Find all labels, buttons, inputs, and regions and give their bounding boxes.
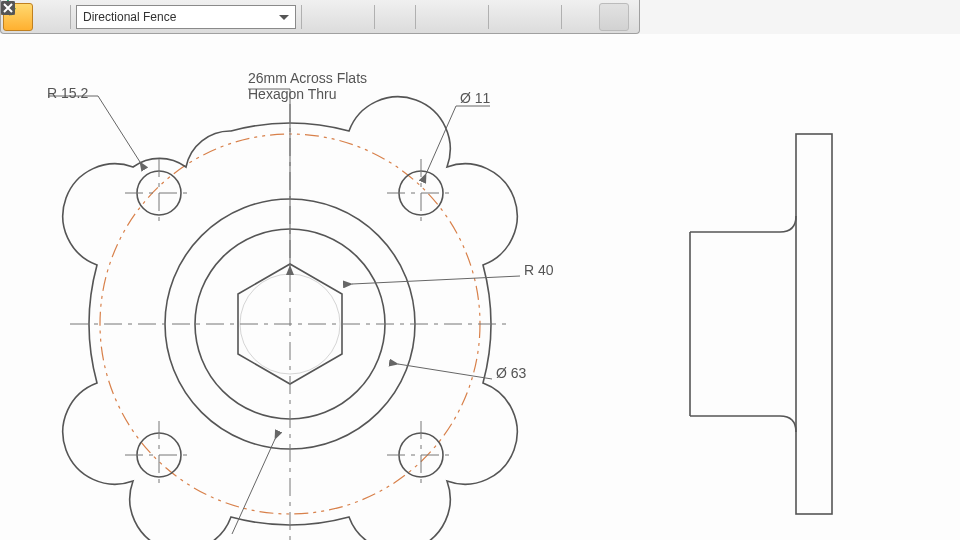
dim-dia63: Ø 63 [496,365,526,381]
sketch-button[interactable] [380,3,410,31]
svg-line-32 [398,364,492,379]
dim-r40: R 40 [524,262,554,278]
svg-rect-34 [796,134,832,514]
toolbar-separator [488,5,489,29]
toolbar: Directional Fence [0,0,640,34]
svg-line-25 [98,96,140,162]
back-button[interactable] [494,3,524,31]
dim-dia11: Ø 11 [460,90,490,106]
cancel-button[interactable] [599,3,629,31]
close-icon [0,0,16,16]
polygon-tool-button[interactable] [453,3,483,31]
rect-tool-button[interactable] [421,3,451,31]
dim-r152: R 15.2 [47,85,88,101]
forward-button[interactable] [526,3,556,31]
layer-up-button[interactable] [307,3,337,31]
filter-button[interactable] [339,3,369,31]
svg-line-29 [426,106,456,174]
drawing-canvas[interactable]: .solid { stroke:#555; stroke-width:1.6; … [0,34,960,540]
selection-mode-dropdown[interactable]: Directional Fence [76,5,296,29]
toolbar-separator [301,5,302,29]
toolbar-separator [415,5,416,29]
cad-drawing: .solid { stroke:#555; stroke-width:1.6; … [0,34,960,540]
toolbar-separator [374,5,375,29]
panel-tool-button[interactable] [35,3,65,31]
accept-button[interactable] [567,3,597,31]
dim-hexnote2: Hexagon Thru [248,86,336,102]
toolbar-separator [70,5,71,29]
dim-hexnote1: 26mm Across Flats [248,70,367,86]
toolbar-separator [561,5,562,29]
svg-line-31 [352,276,520,284]
dropdown-text: Directional Fence [83,10,176,24]
svg-line-33 [232,439,275,534]
